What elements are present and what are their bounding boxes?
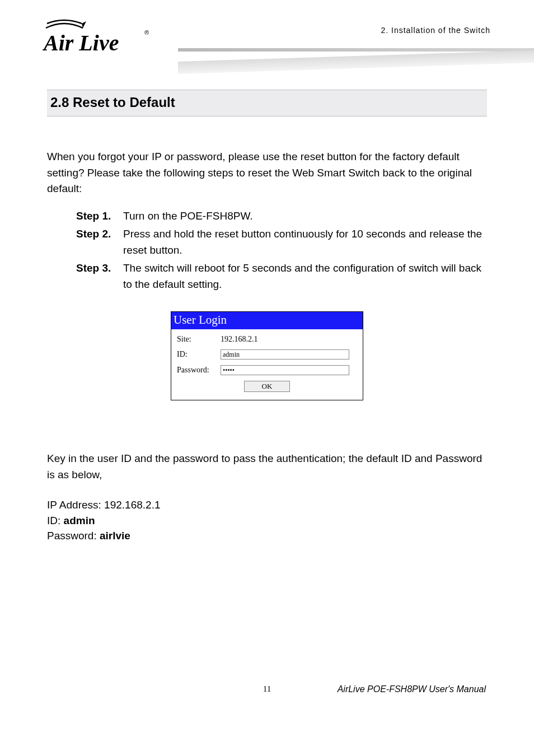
- manual-name: AirLive POE-FSH8PW User's Manual: [338, 684, 486, 694]
- pw-label-text: Password:: [47, 530, 100, 542]
- ip-value: 192.168.2.1: [104, 499, 160, 511]
- password-input[interactable]: [221, 365, 349, 375]
- step-text: The switch will reboot for 5 seconds and…: [123, 260, 487, 292]
- pw-value-text: airlvie: [100, 530, 130, 542]
- id-value-text: admin: [64, 515, 95, 526]
- site-row: Site: 192.168.2.1: [177, 335, 357, 344]
- id-label: ID:: [177, 350, 221, 359]
- id-line: ID: admin: [47, 513, 487, 529]
- breadcrumb: 2. Installation of the Switch: [381, 26, 490, 35]
- id-row: ID:: [177, 349, 357, 360]
- site-label: Site:: [177, 335, 221, 344]
- login-title: User Login: [171, 312, 363, 329]
- id-label-text: ID:: [47, 515, 64, 526]
- intro-paragraph: When you forgot your IP or password, ple…: [47, 149, 487, 197]
- section-heading: 2.8 Reset to Default: [47, 90, 487, 116]
- pw-line: Password: airlvie: [47, 528, 487, 544]
- svg-text:®: ®: [144, 29, 149, 36]
- credentials-intro: Key in the user ID and the password to p…: [47, 451, 487, 483]
- airlive-logo: Air Live ®: [41, 16, 153, 57]
- step-label: Step 3.: [76, 260, 123, 292]
- id-input[interactable]: [221, 349, 349, 360]
- step-text: Press and hold the reset button continuo…: [123, 226, 487, 258]
- user-login-box: User Login Site: 192.168.2.1 ID: Passwor…: [171, 311, 363, 400]
- ip-line: IP Address: 192.168.2.1: [47, 497, 487, 513]
- svg-text:Air Live: Air Live: [42, 30, 119, 55]
- step-text: Turn on the POE-FSH8PW.: [123, 208, 487, 225]
- page-content: 2.8 Reset to Default When you forgot you…: [47, 90, 487, 544]
- credentials-block: IP Address: 192.168.2.1 ID: admin Passwo…: [47, 497, 487, 544]
- site-value: 192.168.2.1: [221, 335, 258, 344]
- steps-list: Step 1. Turn on the POE-FSH8PW. Step 2. …: [76, 208, 487, 293]
- password-row: Password:: [177, 365, 357, 375]
- step-label: Step 1.: [76, 208, 123, 225]
- page-header: Air Live ® 2. Installation of the Switch: [0, 0, 534, 76]
- step-3: Step 3. The switch will reboot for 5 sec…: [76, 260, 487, 292]
- ip-label: IP Address:: [47, 499, 104, 511]
- step-label: Step 2.: [76, 226, 123, 258]
- header-divider: [178, 48, 534, 74]
- step-2: Step 2. Press and hold the reset button …: [76, 226, 487, 258]
- step-1: Step 1. Turn on the POE-FSH8PW.: [76, 208, 487, 225]
- password-label: Password:: [177, 366, 221, 375]
- ok-button[interactable]: OK: [244, 381, 290, 392]
